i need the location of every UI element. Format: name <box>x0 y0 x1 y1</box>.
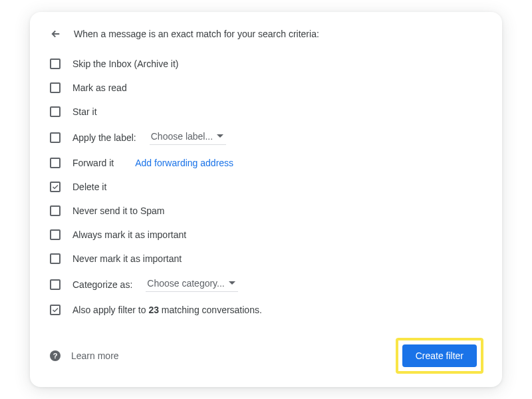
dropdown-text: Choose category... <box>147 278 224 289</box>
option-never-important: Never mark it as important <box>49 247 483 271</box>
checkbox-skip-inbox[interactable] <box>50 59 61 69</box>
option-delete: Delete it <box>49 175 483 199</box>
checkbox-delete[interactable] <box>50 182 61 192</box>
caret-down-icon <box>229 280 235 287</box>
option-label: Never mark it as important <box>72 253 182 264</box>
checkbox-never-spam[interactable] <box>50 205 61 216</box>
option-label: Never send it to Spam <box>72 205 165 216</box>
dropdown-text: Choose label... <box>151 131 213 142</box>
filter-dialog: When a message is an exact match for you… <box>30 12 502 387</box>
option-star: Star it <box>49 100 483 124</box>
option-label: Always mark it as important <box>72 229 186 240</box>
create-filter-highlight: Create filter <box>396 338 483 374</box>
option-label: Star it <box>72 106 97 117</box>
checkbox-apply-label[interactable] <box>50 132 61 143</box>
help-icon: ? <box>50 350 61 361</box>
option-label: Categorize as: <box>72 279 132 290</box>
learn-more-link[interactable]: ? Learn more <box>50 350 119 361</box>
option-label: Mark as read <box>72 82 127 93</box>
checkbox-star[interactable] <box>50 106 61 117</box>
also-apply-suffix: matching conversations. <box>159 305 262 315</box>
option-label: Forward it <box>72 158 114 168</box>
category-dropdown[interactable]: Choose category... <box>146 277 237 292</box>
label-dropdown[interactable]: Choose label... <box>150 130 226 145</box>
also-apply-prefix: Also apply filter to <box>72 305 148 315</box>
checkbox-mark-read[interactable] <box>50 82 61 93</box>
option-label: Apply the label: <box>72 132 136 143</box>
option-mark-read: Mark as read <box>49 76 483 100</box>
learn-more-label: Learn more <box>71 350 119 361</box>
dialog-header: When a message is an exact match for you… <box>49 28 483 40</box>
option-label: Delete it <box>72 182 106 192</box>
option-forward: Forward it Add forwarding address <box>49 151 483 175</box>
dialog-title: When a message is an exact match for you… <box>74 29 319 39</box>
option-label: Skip the Inbox (Archive it) <box>72 59 179 69</box>
caret-down-icon <box>217 133 223 140</box>
option-label: Also apply filter to 23 matching convers… <box>72 305 262 315</box>
option-never-spam: Never send it to Spam <box>49 199 483 223</box>
option-apply-label: Apply the label: Choose label... <box>49 124 483 151</box>
checkbox-categorize[interactable] <box>50 279 61 290</box>
option-categorize: Categorize as: Choose category... <box>49 271 483 298</box>
option-always-important: Always mark it as important <box>49 223 483 247</box>
checkbox-always-important[interactable] <box>50 229 61 240</box>
option-also-apply: Also apply filter to 23 matching convers… <box>49 298 483 322</box>
checkbox-never-important[interactable] <box>50 253 61 264</box>
add-forwarding-link[interactable]: Add forwarding address <box>135 158 233 168</box>
dialog-footer: ? Learn more Create filter <box>49 338 483 374</box>
checkbox-forward[interactable] <box>50 158 61 168</box>
back-arrow-icon[interactable] <box>50 28 62 40</box>
checkbox-also-apply[interactable] <box>50 305 61 315</box>
create-filter-button[interactable]: Create filter <box>402 344 477 367</box>
option-skip-inbox: Skip the Inbox (Archive it) <box>49 52 483 76</box>
matching-count: 23 <box>148 305 159 315</box>
